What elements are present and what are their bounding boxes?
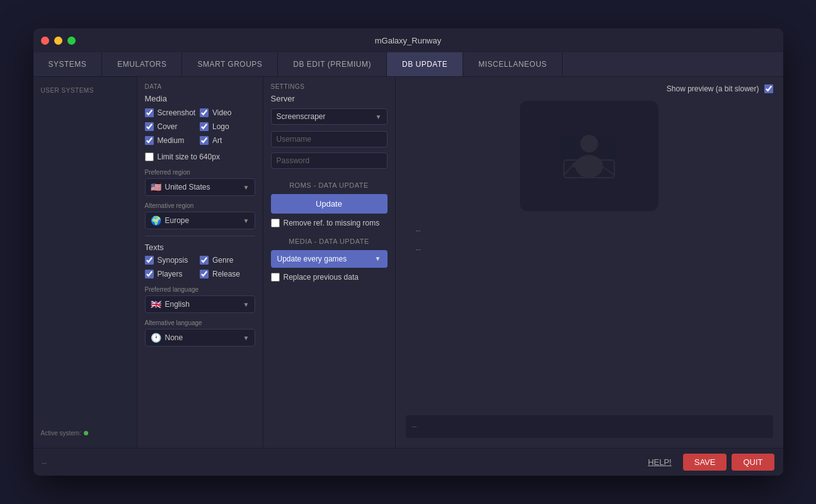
video-checkbox[interactable] xyxy=(200,108,209,117)
alternative-language-section: Alternative language 🕐 None ▼ xyxy=(145,319,255,346)
art-checkbox[interactable] xyxy=(200,136,209,145)
password-input[interactable] xyxy=(271,152,388,169)
media-chevron-icon: ▼ xyxy=(375,255,381,262)
release-row: Release xyxy=(200,270,255,278)
save-button[interactable]: SAVE xyxy=(683,454,727,471)
limit-size-checkbox[interactable] xyxy=(145,152,154,161)
help-button[interactable]: HELP! xyxy=(641,454,678,471)
alternative-language-value: None xyxy=(165,333,183,342)
preview-info: -- -- xyxy=(406,216,773,254)
server-dropdown[interactable]: Screenscraper ▼ xyxy=(271,108,388,125)
window-title: mGalaxy_Runway xyxy=(375,36,442,45)
quit-button[interactable]: QUIT xyxy=(732,454,774,471)
close-button[interactable] xyxy=(41,37,49,45)
alternative-region-value: Europe xyxy=(165,216,190,225)
tab-db-edit[interactable]: DB EDIT (PREMIUM) xyxy=(278,52,387,76)
synopsis-row: Synopsis xyxy=(145,256,200,265)
replace-previous-label: Replace previous data xyxy=(284,273,359,282)
main-content: USER SYSTEMS Active system: DATA Media S… xyxy=(33,77,783,448)
limit-size-label: Limit size to 640px xyxy=(158,152,220,161)
alternative-region-dropdown[interactable]: 🌍 Europe ▼ xyxy=(145,212,255,229)
preview-image-area xyxy=(520,101,658,211)
remove-missing-label: Remove ref. to missing roms xyxy=(284,219,380,229)
genre-checkbox[interactable] xyxy=(200,256,209,265)
genre-row: Genre xyxy=(200,256,255,265)
preferred-language-flag: 🇬🇧 xyxy=(151,299,161,309)
svg-point-0 xyxy=(580,135,598,152)
bottom-buttons: HELP! SAVE QUIT xyxy=(641,454,774,471)
preferred-language-value: English xyxy=(165,300,190,309)
dash-1: -- xyxy=(416,226,773,235)
maximize-button[interactable] xyxy=(67,37,76,45)
replace-previous-checkbox[interactable] xyxy=(271,273,280,282)
sidebar: USER SYSTEMS Active system: xyxy=(33,77,137,448)
replace-previous-row: Replace previous data xyxy=(271,273,388,282)
logo-label: Logo xyxy=(212,122,229,131)
show-preview-checkbox[interactable] xyxy=(764,84,773,93)
sidebar-label: USER SYSTEMS xyxy=(33,83,137,98)
roms-section: ROMS - DATA UPDATE Update Remove ref. to… xyxy=(271,181,388,229)
roms-title: ROMS - DATA UPDATE xyxy=(271,181,388,189)
remove-missing-row: Remove ref. to missing roms xyxy=(271,219,388,229)
bottom-status: -- xyxy=(42,459,47,466)
tab-db-update[interactable]: DB UPDATE xyxy=(387,52,463,76)
media-update-title: MEDIA - DATA UPDATE xyxy=(271,238,388,245)
logo-row: Logo xyxy=(200,122,255,131)
tab-systems[interactable]: SYSTEMS xyxy=(33,52,103,76)
art-label: Art xyxy=(212,136,222,145)
alternative-language-flag: 🕐 xyxy=(151,333,161,343)
players-checkbox[interactable] xyxy=(145,270,154,278)
server-chevron-icon: ▼ xyxy=(376,113,382,120)
update-button[interactable]: Update xyxy=(271,194,388,214)
synopsis-checkbox[interactable] xyxy=(145,256,154,265)
cover-checkbox[interactable] xyxy=(145,122,154,131)
screenshot-checkbox[interactable] xyxy=(145,108,154,117)
limit-size-row: Limit size to 640px xyxy=(145,152,255,161)
preferred-region-dropdown[interactable]: 🇺🇸 United States ▼ xyxy=(145,178,255,196)
medium-checkbox[interactable] xyxy=(145,136,154,145)
sidebar-status: Active system: xyxy=(33,425,137,442)
username-input[interactable] xyxy=(271,131,388,147)
alternative-region-label: Alternative region xyxy=(145,202,255,209)
alternative-language-dropdown[interactable]: 🕐 None ▼ xyxy=(145,329,255,346)
tab-miscellaneous[interactable]: MISCELLANEOUS xyxy=(463,52,563,76)
tab-smart-groups[interactable]: SMART GROUPS xyxy=(182,52,278,76)
minimize-button[interactable] xyxy=(54,37,62,45)
cover-row: Cover xyxy=(145,122,200,131)
preferred-language-dropdown[interactable]: 🇬🇧 English ▼ xyxy=(145,295,255,313)
players-label: Players xyxy=(158,270,183,278)
traffic-lights xyxy=(41,37,76,45)
preview-bottom: -- xyxy=(406,254,773,440)
video-row: Video xyxy=(200,108,255,117)
logo-checkbox[interactable] xyxy=(200,122,209,131)
media-section-title: Media xyxy=(145,94,255,103)
genre-label: Genre xyxy=(212,256,233,265)
media-checkboxes: Screenshot Video Cover Logo Medium xyxy=(145,108,255,147)
app-window: mGalaxy_Runway SYSTEMS EMULATORS SMART G… xyxy=(33,28,783,476)
preferred-language-section: Preferred language 🇬🇧 English ▼ xyxy=(145,286,255,313)
media-update-section: MEDIA - DATA UPDATE Update every games ▼… xyxy=(271,238,388,282)
status-text: Active system: xyxy=(41,430,81,437)
alternative-region-flag: 🌍 xyxy=(151,215,161,226)
medium-label: Medium xyxy=(158,136,185,145)
alternative-region-section: Alternative region 🌍 Europe ▼ xyxy=(145,202,255,229)
remove-missing-checkbox[interactable] xyxy=(271,219,280,227)
settings-label: SETTINGS xyxy=(271,83,388,90)
preview-placeholder-icon xyxy=(561,130,618,183)
chevron-down-icon-alt: ▼ xyxy=(243,217,250,224)
release-checkbox[interactable] xyxy=(200,270,209,278)
preview-panel: Show preview (a bit slower) xyxy=(396,77,783,448)
data-panel: DATA Media Screenshot Video Cover xyxy=(137,77,263,448)
cover-label: Cover xyxy=(158,122,178,131)
media-update-dropdown[interactable]: Update every games ▼ xyxy=(271,250,388,268)
svg-point-3 xyxy=(572,163,577,168)
preferred-region-flag: 🇺🇸 xyxy=(151,182,161,192)
titlebar: mGalaxy_Runway xyxy=(33,28,783,52)
preferred-language-label: Preferred language xyxy=(145,286,255,293)
chevron-down-icon-lang-alt: ▼ xyxy=(243,335,250,341)
art-row: Art xyxy=(200,136,255,145)
preferred-region-section: Preferred region 🇺🇸 United States ▼ xyxy=(145,169,255,196)
tab-emulators[interactable]: EMULATORS xyxy=(102,52,182,76)
show-preview-label: Show preview (a bit slower) xyxy=(667,84,759,93)
preferred-region-label: Preferred region xyxy=(145,169,255,176)
